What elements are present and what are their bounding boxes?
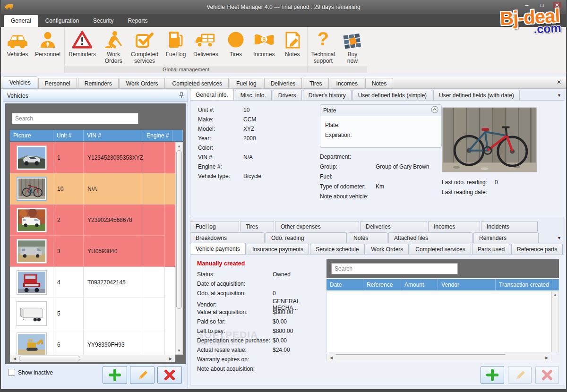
vehicle-search-input[interactable] (12, 113, 138, 124)
ribbon-personnel[interactable]: Personnel (35, 28, 60, 58)
vehicle-row[interactable]: 10N/A (10, 173, 175, 205)
close-button[interactable]: ✕ (553, 2, 561, 9)
vehicle-horizontal-scrollbar[interactable]: ◀ ▶ (10, 355, 175, 362)
scrollbar-thumb[interactable] (176, 150, 182, 309)
doc-tab-incomes[interactable]: Incomes (330, 78, 364, 88)
column-header-transaction-created[interactable]: Transaction created (496, 279, 552, 290)
vehicle-row[interactable]: 4T09327042145 (10, 267, 175, 298)
ribbon-technical-support[interactable]: ?Technical support (311, 28, 335, 65)
doc-tab-fuel-log[interactable]: Fuel log (230, 78, 263, 88)
vehicle-row[interactable]: 6YY98390FH93 (10, 329, 175, 355)
column-header-vendor[interactable]: Vendor (438, 279, 496, 290)
column-header-vin[interactable]: VIN # (84, 130, 143, 141)
engine-cell (143, 236, 165, 267)
sub-tab-deliveries[interactable]: Deliveries (360, 221, 427, 231)
ribbon-buy-now[interactable]: Buy now (342, 28, 363, 65)
column-header-reference[interactable]: Reference (363, 279, 401, 290)
sub-tab-work-orders[interactable]: Work Orders (366, 244, 409, 254)
add-vehicle-button[interactable] (103, 366, 127, 384)
column-header-amount[interactable]: Amount (401, 279, 438, 290)
detail-tab-driver-s-history[interactable]: Driver's history (303, 90, 352, 100)
column-header-picture[interactable]: Picture (10, 130, 53, 141)
vehicle-row[interactable]: 2Y2390234568678 (10, 205, 175, 236)
sub-tab-service-schedule[interactable]: Service schedule (310, 244, 364, 254)
scroll-up-icon[interactable]: ▲ (552, 293, 558, 297)
scroll-left-icon[interactable]: ◀ (328, 356, 335, 360)
sub-tab-incidents[interactable]: Incidents (481, 221, 538, 231)
vehicle-row[interactable]: 1Y1234523035353XYZ (10, 142, 175, 173)
doc-tab-completed-services[interactable]: Completed services (166, 78, 229, 88)
payments-vertical-scrollbar[interactable]: ▲ (551, 291, 559, 352)
ribbon-deliveries[interactable]: Deliveries (193, 28, 218, 58)
scroll-down-icon[interactable]: ▼ (176, 349, 182, 353)
sub-tab-odo-reading[interactable]: Odo. reading (266, 232, 347, 243)
scrollbar-thumb[interactable] (335, 354, 506, 355)
minimize-button[interactable]: – (523, 2, 531, 9)
ribbon-incomes[interactable]: $Incomes (253, 28, 275, 58)
column-header-date[interactable]: Date (326, 279, 363, 290)
detail-tab-user-defined-fields-with-date[interactable]: User defined fields (with date) (433, 90, 520, 100)
detail-tab-user-defined-fields-simple[interactable]: User defined fields (simple) (352, 90, 432, 100)
sub-tab-attached-files[interactable]: Attached files (388, 232, 472, 243)
ribbon-tires[interactable]: Tires (225, 28, 247, 58)
ribbon-label: Completed services (131, 51, 158, 65)
tab-close-icon[interactable]: ✕ (557, 79, 561, 85)
sub-tab-vehicle-payments[interactable]: Vehicle payments (190, 243, 246, 254)
vehicle-row[interactable]: 5 (10, 298, 175, 329)
scroll-up-icon[interactable]: ▲ (176, 144, 182, 148)
sub-tab-breakdowns[interactable]: Breakdowns (190, 232, 265, 243)
doc-tab-personnel[interactable]: Personnel (38, 78, 77, 88)
sub-tab-completed-services[interactable]: Completed services (410, 244, 471, 254)
menu-tab-general[interactable]: General (4, 15, 38, 27)
add-payment-button[interactable] (481, 366, 504, 384)
doc-tab-vehicles[interactable]: Vehicles (3, 77, 37, 88)
doc-tab-reminders[interactable]: Reminders (78, 78, 119, 88)
edit-payment-button[interactable] (508, 366, 532, 384)
pin-icon[interactable] (179, 92, 184, 100)
maximize-button[interactable]: □ (538, 2, 546, 9)
menu-tab-security[interactable]: Security (86, 15, 120, 27)
collapse-icon[interactable] (431, 106, 438, 115)
detail-tab-misc-info[interactable]: Misc. info. (235, 90, 272, 100)
sub-tab-reminders[interactable]: Reminders (473, 232, 539, 243)
ribbon-reminders[interactable]: Reminders (69, 28, 96, 58)
scroll-right-icon[interactable]: ▶ (167, 357, 174, 361)
column-header-engine[interactable]: Engine # (143, 130, 172, 141)
scrollbar-thumb[interactable] (19, 356, 80, 361)
ribbon-notes[interactable]: Notes (282, 28, 303, 58)
scroll-left-icon[interactable]: ◀ (11, 357, 18, 361)
sub-tab-reference-parts[interactable]: Reference parts (511, 244, 563, 254)
show-inactive-checkbox[interactable] (8, 369, 15, 376)
payments-search-input[interactable] (331, 263, 458, 274)
sub-tab-incomes[interactable]: Incomes (428, 221, 480, 231)
vehicle-row[interactable]: 3YU0593840 (10, 236, 175, 267)
scroll-right-icon[interactable]: ▶ (543, 356, 550, 360)
title-bar[interactable]: Vehicle Fleet Manager 4.0 --- Trial peri… (1, 0, 566, 14)
payments-horizontal-scrollbar[interactable]: ◀ ▶ (326, 354, 551, 361)
menu-tab-reports[interactable]: Reports (120, 15, 155, 27)
vehicle-vertical-scrollbar[interactable]: ▲ ▼ (175, 142, 183, 355)
doc-tab-notes[interactable]: Notes (365, 78, 393, 88)
sub-tab-other-expenses[interactable]: Other expenses (275, 221, 359, 231)
doc-tab-deliveries[interactable]: Deliveries (264, 78, 302, 88)
doc-tab-work-orders[interactable]: Work Orders (120, 78, 165, 88)
ribbon-vehicles[interactable]: Vehicles (7, 28, 28, 58)
menu-tab-configuration[interactable]: Configuration (38, 15, 86, 27)
sub-tab-parts-used[interactable]: Parts used (472, 244, 510, 254)
ribbon-work-orders[interactable]: Work Orders (103, 28, 124, 65)
tab-overflow-icon[interactable]: ▼ (557, 236, 561, 240)
sub-tab-tires[interactable]: Tires (240, 221, 274, 231)
edit-vehicle-button[interactable] (130, 366, 155, 384)
ribbon-fuel-log[interactable]: Fuel log (165, 28, 187, 58)
column-header-unit[interactable]: Unit # (53, 130, 84, 141)
detail-tab-drivers[interactable]: Drivers (273, 90, 302, 100)
sub-tab-insurance-payments[interactable]: Insurance payments (247, 244, 309, 254)
sub-tab-notes[interactable]: Notes (348, 232, 387, 243)
doc-tab-tires[interactable]: Tires (303, 78, 328, 88)
detail-tab-general-info[interactable]: General info. (190, 89, 234, 100)
ribbon-completed-services[interactable]: Completed services (131, 28, 158, 65)
tab-overflow-icon[interactable]: ▼ (557, 93, 561, 98)
sub-tab-fuel-log[interactable]: Fuel log (190, 221, 239, 231)
delete-payment-button[interactable] (535, 366, 559, 384)
delete-vehicle-button[interactable] (157, 366, 182, 384)
